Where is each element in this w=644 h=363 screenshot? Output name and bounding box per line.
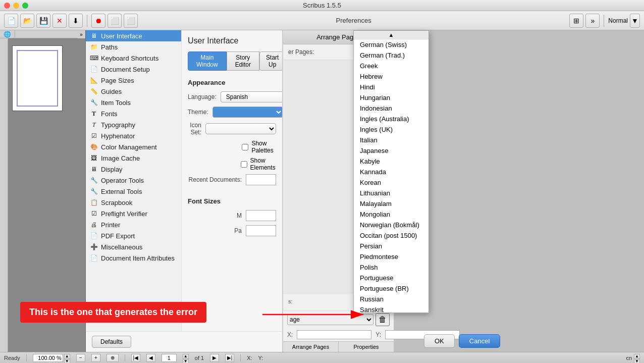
lang-item-kabyle[interactable]: Kabyle [354,156,428,167]
sidebar-item-color-management[interactable]: 🎨 Color Management [86,141,181,152]
lang-item-malayalam[interactable]: Malayalam [354,198,428,209]
sidebar-item-fonts[interactable]: T Fonts [86,108,181,119]
lang-item-mongolian[interactable]: Mongolian [354,209,428,220]
zoom-custom-btn[interactable]: ⊕ [106,354,119,362]
lang-item-ingles-australia[interactable]: Ingles (Australia) [354,114,428,124]
sidebar-item-document-item-attributes[interactable]: 📄 Document Item Attributes [86,252,181,264]
first-page-btn[interactable]: |◀ [131,354,140,362]
toolbar-chevron-btn[interactable]: » [585,14,600,28]
sidebar-item-keyboard-shortcuts[interactable]: ⌨ Keyboard Shortcuts [86,53,181,64]
zoom-out-btn[interactable]: − [76,354,85,362]
sidebar-item-preflight-verifier[interactable]: ☑ Preflight Verifier [86,208,181,219]
show-palettes-checkbox[interactable] [242,144,248,150]
unit-down[interactable]: ▼ [634,359,640,364]
maximize-button[interactable] [22,3,28,9]
next-page-btn[interactable]: ▶ [210,354,219,362]
lang-item-italian[interactable]: Italian [354,135,428,145]
toolbar-print-btn[interactable]: ⬇ [69,14,83,28]
sidebar-item-paths[interactable]: 📁 Paths [86,41,181,53]
trash-button[interactable]: 🗑 [375,313,390,326]
sidebar-item-guides[interactable]: 📏 Guides [86,86,181,97]
last-page-btn[interactable]: ▶| [225,354,234,362]
separator2 [604,15,604,27]
tab-main-window[interactable]: Main Window [188,51,227,71]
prev-page-btn[interactable]: ◀ [146,354,155,362]
theme-row: Theme: [188,107,276,118]
sidebar-item-external-tools[interactable]: 🔧 External Tools [86,186,181,197]
lang-item-norwegian-bokmal[interactable]: Norwegian (Bokmål) [354,220,428,230]
lang-item-hebrew[interactable]: Hebrew [354,71,428,82]
unit-stepper: ▲ ▼ [634,354,640,362]
zoom-down[interactable]: ▼ [64,359,70,364]
lang-item-portuguese-br[interactable]: Portuguese (BR) [354,283,428,294]
lang-item-german-swiss[interactable]: German (Swiss) [354,39,428,50]
lang-item-hindi[interactable]: Hindi [354,82,428,92]
toolbar-record-btn[interactable]: ⏺ [91,14,105,28]
tab-start-up[interactable]: Start Up [259,51,282,71]
page-input[interactable] [162,354,177,362]
defaults-button[interactable]: Defaults [92,336,131,348]
toolbar-dropdown-btn[interactable]: ▼ [630,14,640,28]
toolbar-new-btn[interactable]: 📄 [4,14,18,28]
sidebar-item-hyphenator[interactable]: ☑ Hyphenator [86,130,181,141]
expand-icon[interactable]: » [80,32,83,37]
lang-item-german-trad[interactable]: German (Trad.) [354,50,428,61]
lang-item-ingles-uk[interactable]: Ingles (UK) [354,124,428,135]
sidebar-item-image-cache[interactable]: 🖼 Image Cache [86,152,181,164]
x-input[interactable] [297,330,371,339]
sidebar-item-operator-tools[interactable]: 🔧 Operator Tools [86,175,181,186]
sidebar-item-typography[interactable]: T Typography [86,119,181,130]
recent-docs-control [246,174,276,185]
zoom-up[interactable]: ▲ [64,354,70,359]
lang-item-kannada[interactable]: Kannada [354,167,428,177]
close-button[interactable] [4,3,10,9]
zoom-in-btn[interactable]: + [91,354,100,362]
toolbar-save-btn[interactable]: 💾 [36,14,50,28]
page-down[interactable]: ▼ [183,359,189,364]
recent-docs-input[interactable] [246,174,276,185]
lang-item-greek[interactable]: Greek [354,61,428,71]
toolbar-close-btn[interactable]: ✕ [52,14,67,28]
sidebar-item-printer[interactable]: 🖨 Printer [86,219,181,230]
toolbar-panel-btn[interactable]: ⊞ [569,14,583,28]
sidebar-item-page-sizes[interactable]: 📐 Page Sizes [86,75,181,86]
cancel-button[interactable]: Cancel [459,334,500,348]
tab-story-editor[interactable]: Story Editor [227,51,259,71]
lang-item-persian[interactable]: Persian [354,241,428,251]
lang-item-korean[interactable]: Korean [354,177,428,188]
minimize-button[interactable] [13,3,19,9]
palettes-font-input[interactable] [246,225,276,236]
page-up[interactable]: ▲ [183,354,189,359]
lang-item-piedmontese[interactable]: Piedmontese [354,251,428,262]
zoom-input[interactable] [33,354,63,362]
lang-item-polish[interactable]: Polish [354,262,428,273]
lang-item-lithuanian[interactable]: Lithuanian [354,188,428,198]
icon-set-select[interactable] [205,123,276,134]
lang-item-portuguese[interactable]: Portuguese [354,273,428,283]
lang-item-japanese[interactable]: Japanese [354,145,428,156]
toolbar-open-btn[interactable]: 📂 [20,14,34,28]
tab-arrange-pages[interactable]: Arrange Pages [283,342,339,352]
theme-select[interactable] [212,107,282,118]
sidebar-item-document-setup[interactable]: 📄 Document Setup [86,64,181,75]
show-elements-label: Show Elements [250,157,276,171]
lang-item-indonesian[interactable]: Indonesian [354,103,428,114]
sidebar-item-scrapbook[interactable]: 📋 Scrapbook [86,197,181,208]
sidebar-item-display[interactable]: 🖥 Display [86,164,181,175]
lang-item-occitan[interactable]: Occitan (post 1500) [354,230,428,241]
sidebar-item-miscellaneous[interactable]: ➕ Miscellaneous [86,241,181,252]
sidebar-item-pdf-export[interactable]: 📄 PDF Export [86,230,181,241]
show-elements-checkbox[interactable] [241,161,247,168]
sidebar-item-item-tools[interactable]: 🔧 Item Tools [86,97,181,108]
toolbar-btn3[interactable]: ⬜ [124,14,138,28]
tab-properties[interactable]: Properties [339,342,394,352]
language-select[interactable]: Spanish [221,91,282,102]
hyphenator-icon: ☑ [90,132,98,140]
total-pages: of 1 [195,355,204,361]
sidebar-item-user-interface[interactable]: 🖥 User Interface [86,30,181,41]
ok-button[interactable]: OK [424,334,455,348]
toolbar-btn2[interactable]: ⬜ [108,14,122,28]
menus-font-input[interactable] [246,210,276,221]
unit-up[interactable]: ▲ [634,354,640,359]
lang-item-hungarian[interactable]: Hungarian [354,92,428,103]
